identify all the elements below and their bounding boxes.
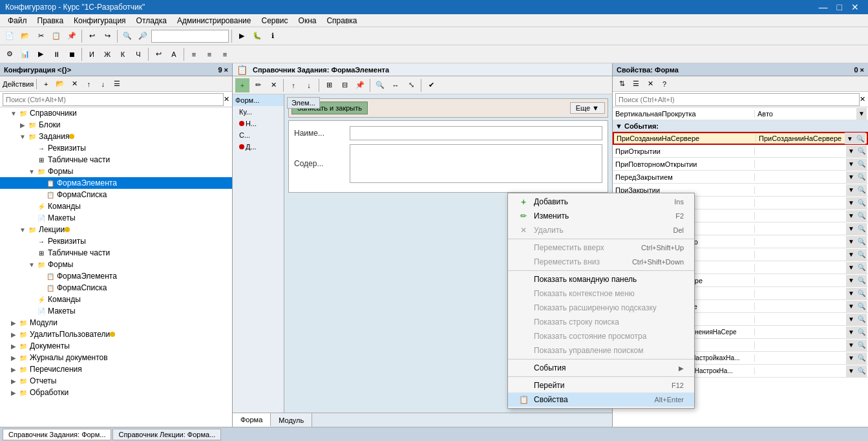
ctx-show-ctxmenu[interactable]: Показать контекстное меню [508, 286, 694, 301]
tree-item-dokumenty[interactable]: ▶ 📁 Документы [0, 340, 232, 352]
tree-item-forma-spiska-zadaniya[interactable]: 📋 ФормаСписка [0, 189, 232, 200]
ctx-delete[interactable]: ✕ Удалить Del [508, 223, 694, 237]
tree-item-formy-lektsii[interactable]: ▼ 📁 Формы [0, 259, 232, 270]
tree-item-zadaniya[interactable]: ▼ 📁 Задания [0, 131, 232, 142]
tree-item-forma-elementa-zadaniya[interactable]: 📋 ФормаЭлемента [0, 177, 232, 189]
prop-dropdown-poslezapisinas[interactable]: ▼ 🔍 [756, 301, 867, 312]
prop-dropdown-vneshnee[interactable]: ▼ 🔍 [756, 339, 867, 351]
tree-delete-btn[interactable]: ✕ [68, 78, 81, 91]
tb-undo[interactable]: ↩ [85, 29, 99, 43]
tree-item-komandy-zadaniya[interactable]: ⚡ Команды [0, 200, 232, 212]
menu-file[interactable]: Файл [3, 15, 32, 27]
prop-search-btn-pripovt[interactable]: 🔍 [856, 158, 867, 170]
tb-find[interactable]: 🔍 [120, 29, 134, 43]
tree-item-makety-zadaniya[interactable]: 📄 Макеты [0, 212, 232, 224]
tb2-11[interactable]: A [167, 47, 181, 61]
prop-dropdown-vertprokrutka[interactable]: Авто ▼ [756, 108, 867, 120]
expand-icon[interactable]: ▶ [9, 378, 18, 385]
tree-item-forma-spiska-lektsii[interactable]: 📋 ФормаСписка [0, 282, 232, 294]
prop-dropdown-prichtenii[interactable]: ▼ 🔍 [756, 249, 867, 261]
tb2-1[interactable]: ⚙ [3, 47, 17, 61]
mid-btn1[interactable]: ⊞ [322, 78, 336, 92]
prop-dropdown-poslezapisi[interactable]: ▼ 🔍 [756, 314, 867, 325]
prop-dropdown-peredzakr[interactable]: ▼ 🔍 [756, 171, 867, 183]
form-tree-item-3[interactable]: Н... [233, 118, 284, 129]
expand-icon[interactable]: ▶ [9, 354, 18, 361]
toolbar-search-input[interactable] [151, 30, 229, 43]
expand-icon[interactable]: ▶ [9, 389, 18, 396]
prop-dropdown-btn-poslezapisinas[interactable]: ▼ [846, 301, 856, 312]
ctx-properties[interactable]: 📋 Свойства Alt+Enter [508, 393, 694, 407]
close-button[interactable]: ✕ [847, 1, 863, 14]
ctx-goto[interactable]: Перейти F12 [508, 378, 694, 393]
tree-item-komandy-lektsii[interactable]: ⚡ Команды [0, 294, 232, 305]
prop-search-btn-prisohranenii[interactable]: 🔍 [856, 352, 867, 364]
expand-icon[interactable]: ▶ [9, 343, 18, 350]
prop-dropdown-btn-peredzapisyunas[interactable]: ▼ [846, 275, 856, 286]
tree-down-btn[interactable]: ↓ [96, 78, 109, 91]
prop-search-btn-prichtenii[interactable]: 🔍 [856, 249, 867, 261]
actions-label[interactable]: Действия [3, 80, 34, 88]
tb2-2[interactable]: 📊 [18, 47, 32, 61]
expand-icon[interactable]: ▼ [18, 133, 27, 140]
prop-dropdown-btn-prisohranenii[interactable]: ▼ [846, 352, 856, 364]
tree-up-btn[interactable]: ↑ [82, 78, 95, 91]
tree-item-formy[interactable]: ▼ 📁 Формы [0, 166, 232, 177]
tree-open-btn[interactable]: 📂 [54, 78, 67, 91]
form-tree-item-2[interactable]: Ку... [233, 106, 284, 118]
props-search-clear-btn[interactable]: ✕ [860, 95, 865, 103]
taskbar-tab-lektsii[interactable]: Справочник Лекции: Форма... [112, 429, 221, 440]
ctx-events[interactable]: События ▶ [508, 361, 694, 375]
tb2-6[interactable]: И [85, 47, 99, 61]
prop-dropdown-btn-prizapisinas[interactable]: ▼ [846, 288, 856, 299]
prop-dropdown-priotkrytii[interactable]: ▼ 🔍 [756, 145, 867, 157]
prop-dropdown-btn-proverki[interactable]: ▼ [846, 327, 856, 338]
minimize-button[interactable]: — [815, 1, 832, 14]
expand-icon[interactable]: ▼ [18, 226, 27, 233]
prop-search-btn-peredzakr[interactable]: 🔍 [856, 171, 867, 183]
prop-search-btn-peredzagruzka[interactable]: 🔍 [856, 365, 867, 377]
mid-edit-btn[interactable]: ✏ [251, 78, 265, 92]
ctx-show-tooltip[interactable]: Показать расширенную подсказку [508, 301, 694, 315]
prop-dropdown-prisohranenii[interactable]: ▼ 🔍 [756, 352, 867, 364]
expand-icon[interactable]: ▼ [27, 168, 36, 175]
tb-info[interactable]: ℹ [266, 29, 280, 43]
tb2-align-right[interactable]: ≡ [218, 47, 232, 61]
prop-search-btn-zapisinovogo[interactable]: 🔍 [856, 236, 867, 248]
tb2-9[interactable]: Ч [131, 47, 145, 61]
ctx-add[interactable]: + Добавить Ins [508, 195, 694, 209]
tab-modul[interactable]: Модуль [271, 413, 312, 427]
tree-item-moduli[interactable]: ▶ 📁 Модули [0, 317, 232, 328]
prop-dropdown-btn-peredzagruzka[interactable]: ▼ [846, 365, 856, 377]
prop-dropdown-opoveschenie[interactable]: ▼ 🔍 [756, 210, 867, 222]
mid-check-btn[interactable]: ✔ [424, 78, 438, 92]
tb-find2[interactable]: 🔎 [136, 29, 150, 43]
tb2-8[interactable]: К [116, 47, 130, 61]
prop-dropdown-peredzapisyunas[interactable]: ▼ 🔍 [756, 275, 867, 286]
ctx-show-viewstate[interactable]: Показать состояние просмотра [508, 329, 694, 343]
menu-help[interactable]: Справка [321, 15, 362, 27]
mid-up-btn[interactable]: ↑ [286, 78, 301, 92]
tree-item-zhurnaly[interactable]: ▶ 📁 Журналы документов [0, 352, 232, 363]
ctx-edit[interactable]: ✏ Изменить F2 [508, 209, 694, 223]
prop-dropdown-btn-aktivizaciya[interactable]: ▼ [846, 223, 856, 235]
prop-search-btn-opoveschenie[interactable]: 🔍 [856, 210, 867, 222]
config-search-input[interactable] [3, 93, 224, 106]
props-sort-btn[interactable]: ⇅ [615, 78, 628, 91]
tb2-10[interactable]: ↩ [151, 47, 165, 61]
prop-dropdown-btn-prisozd[interactable]: ▼ [845, 133, 855, 144]
tb-new[interactable]: 📄 [3, 29, 17, 43]
tree-item-tabhasti-lektsii[interactable]: ⊞ Табличные части [0, 247, 232, 259]
prop-search-btn-prisozd[interactable]: 🔍 [855, 133, 865, 144]
tree-filter-btn[interactable]: ☰ [111, 78, 123, 91]
tb2-align-left[interactable]: ≡ [187, 47, 201, 61]
form-field-content[interactable] [350, 144, 602, 183]
tree-add-btn[interactable]: + [39, 78, 52, 91]
props-filter-btn[interactable]: ☰ [630, 78, 642, 91]
form-tree-item-1[interactable]: Форм... [233, 94, 284, 106]
tree-item-perechisleniya[interactable]: ▶ 📁 Перечисления [0, 363, 232, 375]
prop-search-btn-proverki[interactable]: 🔍 [856, 327, 867, 338]
mid-add-btn[interactable]: + [235, 78, 249, 92]
prop-dropdown-btn-vneshnee[interactable]: ▼ [846, 339, 856, 351]
prop-search-btn-prizakr[interactable]: 🔍 [856, 184, 867, 196]
